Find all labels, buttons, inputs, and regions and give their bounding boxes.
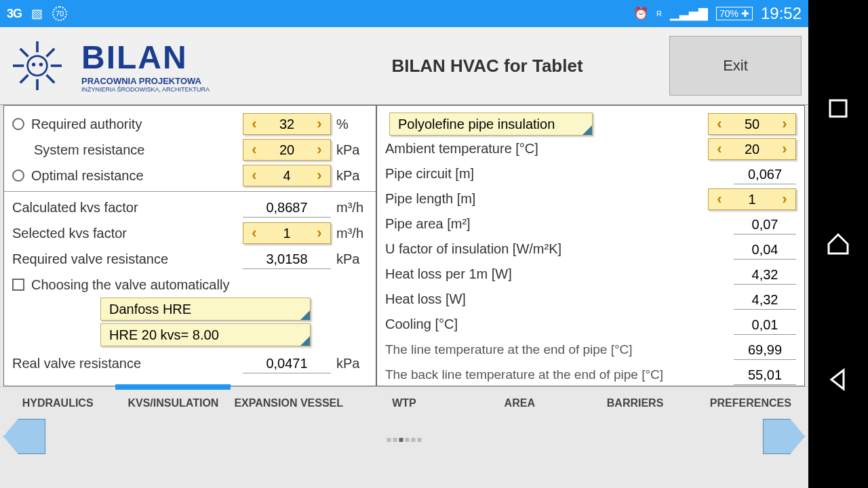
right-panel: Polyolefine pipe insulation ‹50› Ambient… <box>377 106 804 386</box>
chevron-left-icon[interactable]: ‹ <box>243 114 265 134</box>
picture-icon: ▧ <box>31 6 43 21</box>
logo: BILAN PRACOWNIA PROJEKTOWA INŻYNIERIA ŚR… <box>7 35 305 96</box>
chevron-right-icon[interactable]: › <box>774 139 795 159</box>
auto-valve-label: Choosing the valve automatically <box>31 277 368 293</box>
chevron-left-icon[interactable]: ‹ <box>709 189 730 209</box>
cooling-value: 0,01 <box>734 314 796 335</box>
svg-line-6 <box>47 75 55 83</box>
signal-icon: ▁▃▅▇ <box>670 6 708 21</box>
chevron-right-icon[interactable]: › <box>774 114 795 134</box>
pipe-length-label: Pipe length [m] <box>385 191 708 207</box>
heat-loss-label: Heat loss [W] <box>385 291 734 307</box>
app-header: BILAN PRACOWNIA PROJEKTOWA INŻYNIERIA ŚR… <box>0 27 808 105</box>
ambient-temp-label: Ambient temperature [°C] <box>385 141 708 157</box>
chevron-left-icon[interactable]: ‹ <box>709 139 730 159</box>
required-authority-label: Required authority <box>31 117 243 132</box>
tab-hydraulics[interactable]: HYDRAULICS <box>0 387 115 419</box>
insulation-select[interactable]: Polyolefine pipe insulation <box>389 113 593 136</box>
tab-barriers[interactable]: BARRIERS <box>577 387 692 419</box>
brand-sub2: INŻYNIERIA ŚRODOWISKA, ARCHITEKTURA <box>81 86 210 93</box>
sel-kvs-stepper[interactable]: ‹1› <box>243 222 331 244</box>
back-temp-label: The back line temperature at the end of … <box>385 369 734 381</box>
back-icon[interactable] <box>826 367 850 392</box>
optimal-resistance-radio[interactable] <box>12 169 24 182</box>
chevron-right-icon[interactable]: › <box>309 165 330 186</box>
sun-logo-icon <box>7 35 68 96</box>
pipe-length-stepper[interactable]: ‹1› <box>708 188 796 210</box>
svg-point-9 <box>32 63 35 66</box>
heat-loss-1m-label: Heat loss per 1m [W] <box>385 266 734 282</box>
svg-line-8 <box>47 49 55 57</box>
line-temp-label: The line temperature at the end of pipe … <box>385 344 734 356</box>
status-bar: 3G ▧ 70 ⏰ R ▁▃▅▇ 70% ✚ 19:52 <box>0 0 808 27</box>
line-temp-value: 69,99 <box>734 340 796 360</box>
alarm-icon: ⏰ <box>633 6 648 21</box>
roaming-indicator: R <box>656 9 662 18</box>
exit-button[interactable]: Exit <box>669 36 802 96</box>
system-resistance-stepper[interactable]: ‹20› <box>243 139 331 161</box>
chevron-left-icon[interactable]: ‹ <box>243 140 265 160</box>
svg-line-7 <box>20 75 28 83</box>
manufacturer-select[interactable]: Danfoss HRE <box>100 298 311 321</box>
page-dots <box>387 438 422 442</box>
tab-expansion-vessel[interactable]: EXPANSION VESSEL <box>231 387 347 419</box>
chevron-right-icon[interactable]: › <box>309 114 330 134</box>
req-valve-label: Required valve resistance <box>12 251 243 267</box>
recent-apps-icon[interactable] <box>826 96 850 121</box>
real-valve-label: Real valve resistance <box>12 356 243 371</box>
chevron-right-icon[interactable]: › <box>309 223 330 243</box>
heat-loss-1m-value: 4,32 <box>734 264 796 285</box>
calc-kvs-label: Calculated kvs factor <box>12 200 243 216</box>
network-indicator: 3G <box>7 7 22 21</box>
chevron-left-icon[interactable]: ‹ <box>243 165 265 186</box>
tab-kvs-insulation[interactable]: KVS/INSULATION <box>115 387 231 419</box>
android-navbar <box>808 0 868 488</box>
ambient-temp-stepper[interactable]: ‹20› <box>708 138 796 160</box>
tab-wtp[interactable]: WTP <box>347 387 462 419</box>
timer-icon: 70 <box>52 6 67 21</box>
pipe-circuit-label: Pipe circuit [m] <box>385 166 734 182</box>
prev-page-button[interactable] <box>3 419 45 454</box>
chevron-left-icon[interactable]: ‹ <box>243 223 265 243</box>
insulation-stepper[interactable]: ‹50› <box>708 113 796 135</box>
svg-point-10 <box>39 63 43 66</box>
next-page-button[interactable] <box>763 419 805 454</box>
chevron-right-icon[interactable]: › <box>309 140 330 160</box>
svg-point-0 <box>28 56 47 76</box>
page-title: BILAN HVAC for Tablet <box>305 56 669 77</box>
optimal-resistance-label: Optimal resistance <box>31 168 243 184</box>
tab-area[interactable]: AREA <box>462 387 577 419</box>
required-authority-stepper[interactable]: ‹32› <box>243 113 331 135</box>
sel-kvs-label: Selected kvs factor <box>12 226 243 241</box>
clock: 19:52 <box>761 4 802 23</box>
model-select[interactable]: HRE 20 kvs= 8.00 <box>100 323 311 346</box>
u-factor-label: U factor of insulation [W/m²K] <box>385 241 734 257</box>
chevron-left-icon[interactable]: ‹ <box>709 114 730 134</box>
calc-kvs-value: 0,8687 <box>243 197 331 218</box>
system-resistance-label: System resistance <box>12 142 243 158</box>
pipe-circuit-value: 0,067 <box>734 164 796 184</box>
required-authority-radio[interactable] <box>12 118 24 130</box>
tab-bar: HYDRAULICS KVS/INSULATION EXPANSION VESS… <box>0 386 808 419</box>
req-valve-value: 3,0158 <box>243 249 331 269</box>
back-temp-value: 55,01 <box>734 365 796 385</box>
tab-indicator <box>115 384 231 390</box>
pipe-area-label: Pipe area [m²] <box>385 216 734 232</box>
pipe-area-value: 0,07 <box>734 214 796 235</box>
left-panel: Required authority ‹32› % System resista… <box>4 106 377 386</box>
heat-loss-value: 4,32 <box>734 289 796 310</box>
svg-rect-11 <box>830 100 846 117</box>
auto-valve-checkbox[interactable] <box>12 279 24 291</box>
brand-name: BILAN <box>81 39 210 76</box>
tab-preferences[interactable]: PREFERENCES <box>693 387 808 419</box>
home-icon[interactable] <box>826 232 850 256</box>
brand-sub: PRACOWNIA PROJEKTOWA <box>81 76 210 86</box>
cooling-label: Cooling [°C] <box>385 317 734 332</box>
chevron-right-icon[interactable]: › <box>774 189 795 209</box>
optimal-resistance-stepper[interactable]: ‹4› <box>243 165 331 186</box>
real-valve-value: 0,0471 <box>243 353 331 373</box>
battery-indicator: 70% ✚ <box>716 7 753 20</box>
svg-line-5 <box>20 49 28 57</box>
u-factor-value: 0,04 <box>734 239 796 260</box>
